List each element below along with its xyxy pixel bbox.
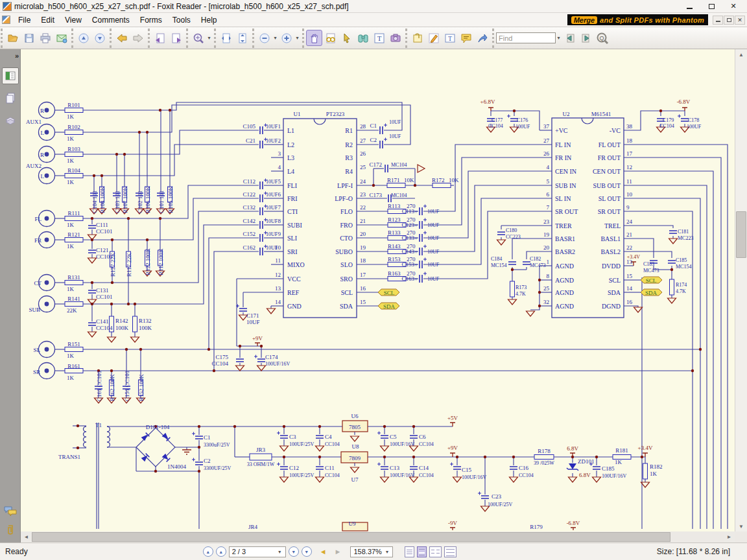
find-next-button[interactable] bbox=[578, 30, 594, 46]
menu-view[interactable]: View bbox=[60, 15, 87, 25]
fit-page-button[interactable] bbox=[234, 30, 250, 46]
find-group: ▾ Q bbox=[492, 29, 612, 48]
menu-help[interactable]: Help bbox=[196, 15, 222, 25]
schem-label: C175 bbox=[215, 354, 228, 360]
share-arrow-icon bbox=[477, 32, 488, 44]
restore-button[interactable] bbox=[700, 1, 722, 12]
menu-tools[interactable]: Tools bbox=[167, 15, 196, 25]
previous-view-button[interactable] bbox=[152, 30, 168, 46]
save-button[interactable] bbox=[21, 30, 37, 46]
schem-label: C163+ bbox=[401, 275, 418, 282]
select-text-button[interactable]: T bbox=[371, 30, 387, 46]
email-button[interactable] bbox=[53, 30, 69, 46]
find-input[interactable] bbox=[496, 32, 556, 43]
schem-label: SCL bbox=[646, 277, 657, 284]
attachments-panel-button[interactable] bbox=[2, 521, 19, 538]
layers-panel-button[interactable] bbox=[2, 111, 19, 128]
page-box-caret: ▾ bbox=[277, 549, 283, 555]
zoom-in-caret[interactable]: ▾ bbox=[294, 35, 300, 41]
open-button[interactable] bbox=[5, 30, 21, 46]
schem-label: C23 bbox=[492, 493, 502, 500]
next-page-button[interactable]: ▼ bbox=[289, 546, 299, 557]
print-button[interactable] bbox=[37, 30, 53, 46]
back-button[interactable] bbox=[113, 30, 130, 46]
next-view-status-button[interactable]: ► bbox=[335, 548, 342, 555]
schem-label: C183 bbox=[643, 261, 654, 267]
search-document-button[interactable] bbox=[355, 30, 371, 46]
scroll-down-button[interactable]: ▼ bbox=[735, 521, 747, 531]
schem-label: AUX2 bbox=[26, 163, 42, 169]
note-comment-button[interactable] bbox=[458, 30, 474, 46]
zoom-tool-button[interactable] bbox=[190, 30, 206, 46]
schem-label: R111 bbox=[68, 210, 80, 216]
continuous-layout-button[interactable] bbox=[417, 546, 427, 557]
snapshot-button[interactable] bbox=[387, 30, 403, 46]
scroll-right-button[interactable]: ► bbox=[724, 531, 735, 542]
expand-panel-icon[interactable]: » bbox=[15, 52, 19, 60]
zoom-tool-caret[interactable]: ▾ bbox=[206, 35, 212, 41]
menu-forms[interactable]: Forms bbox=[135, 15, 167, 25]
facing-layout-button[interactable] bbox=[429, 546, 442, 557]
zoom-out-caret[interactable]: ▾ bbox=[272, 35, 278, 41]
zoom-out-button[interactable] bbox=[256, 30, 272, 46]
forward-button[interactable] bbox=[130, 30, 146, 46]
attach-file-button[interactable] bbox=[409, 30, 425, 46]
schem-label: 6.8V bbox=[579, 472, 591, 478]
document-viewport[interactable]: RAUX1LR1011KR1021KRAUX2LR1031KR1041KC104… bbox=[21, 49, 735, 531]
vertical-scroll-thumb[interactable] bbox=[736, 211, 746, 258]
menu-edit[interactable]: Edit bbox=[36, 15, 60, 25]
zoom-in-button[interactable] bbox=[278, 30, 294, 46]
schem-label: 15 bbox=[626, 273, 633, 279]
menu-comments[interactable]: Comments bbox=[87, 15, 135, 25]
find-caret[interactable]: ▾ bbox=[556, 35, 562, 41]
menu-file[interactable]: File bbox=[13, 15, 36, 25]
last-page-button[interactable]: ▼ bbox=[302, 546, 312, 557]
minimize-button[interactable] bbox=[678, 1, 700, 12]
bookmarks-panel-button[interactable] bbox=[2, 67, 19, 84]
phantom-ad-banner[interactable]: Merge and Split PDFs with Phantom bbox=[567, 14, 708, 25]
find-previous-button[interactable] bbox=[562, 30, 578, 46]
schem-label: SL OUT bbox=[599, 195, 621, 202]
select-annotation-button[interactable] bbox=[338, 30, 355, 46]
schem-label: MC104 bbox=[391, 162, 407, 168]
next-view-button[interactable] bbox=[168, 30, 184, 46]
scroll-left-button[interactable]: ◄ bbox=[21, 531, 32, 542]
first-page-button[interactable]: ▲ bbox=[203, 546, 213, 557]
page-down-button[interactable] bbox=[91, 30, 108, 46]
search-button[interactable]: Q bbox=[594, 30, 610, 46]
vertical-scrollbar[interactable]: ▲ ▼ bbox=[735, 49, 747, 531]
previous-view-status-button[interactable]: ◄ bbox=[320, 548, 327, 555]
previous-page-button[interactable]: ▲ bbox=[216, 546, 226, 557]
doc-minimize-button[interactable] bbox=[713, 16, 723, 25]
horizontal-scrollbar[interactable]: ◄ ► bbox=[21, 531, 735, 542]
continuous-facing-layout-button[interactable] bbox=[444, 546, 456, 557]
page-number-box[interactable]: 2 / 3 ▾ bbox=[229, 546, 286, 557]
close-button[interactable]: ✕ bbox=[722, 1, 744, 12]
schem-label: 33 OHM/1W bbox=[247, 461, 275, 467]
single-page-layout-button[interactable] bbox=[405, 546, 414, 557]
page-up-button[interactable] bbox=[75, 30, 91, 46]
fit-width-button[interactable] bbox=[218, 30, 234, 46]
scroll-up-button[interactable]: ▲ bbox=[735, 49, 747, 60]
schem-label: 100K bbox=[115, 325, 129, 331]
horizontal-scroll-thumb[interactable] bbox=[32, 532, 670, 542]
reading-mode-button[interactable] bbox=[322, 30, 338, 46]
schem-label: 100K bbox=[139, 325, 152, 331]
schem-label: R179 bbox=[530, 524, 543, 530]
schem-label: CTO bbox=[340, 235, 353, 242]
history-group bbox=[110, 29, 148, 48]
doc-restore-button[interactable] bbox=[724, 16, 734, 25]
pencil-tool-button[interactable] bbox=[425, 30, 442, 46]
hand-tool-button[interactable] bbox=[306, 30, 322, 46]
comments-panel-button[interactable] bbox=[2, 503, 19, 520]
share-button[interactable] bbox=[474, 30, 490, 46]
zoom-level-box[interactable]: 158.37% ▾ bbox=[350, 546, 393, 557]
window-controls: ✕ bbox=[678, 1, 744, 12]
svg-text:T: T bbox=[377, 34, 381, 42]
schem-label: SL bbox=[33, 347, 40, 353]
schem-label: 10UF bbox=[266, 179, 278, 185]
pages-panel-button[interactable] bbox=[2, 89, 19, 106]
doc-close-button[interactable]: ✕ bbox=[735, 16, 745, 25]
typewriter-button[interactable]: T bbox=[442, 30, 458, 46]
schem-label: FR IN bbox=[555, 154, 571, 161]
